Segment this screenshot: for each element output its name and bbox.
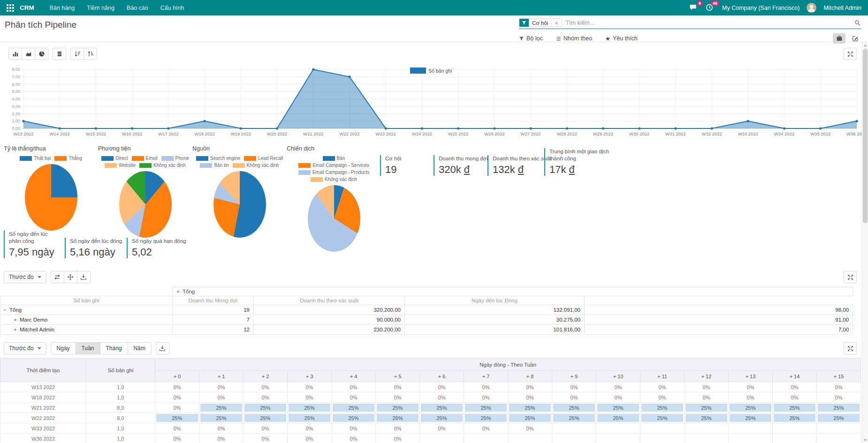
cohort-download-button[interactable] <box>156 342 169 354</box>
svg-text:W18 2022: W18 2022 <box>194 131 214 136</box>
pivot-total-header[interactable]: +Tổng <box>173 287 853 296</box>
cohort-row-label: W13 2022 <box>0 382 86 392</box>
pie-legend-item[interactable]: Bán <box>323 156 345 161</box>
cohort-cell: 25% <box>596 413 640 423</box>
cohort-cell: 25% <box>685 413 729 423</box>
scroll-up-arrow[interactable]: ▲ <box>862 42 868 48</box>
legend-label: Không xác định <box>153 163 186 168</box>
pivot-row-label[interactable]: +Mitchell Admin <box>0 325 173 335</box>
pie-legend-item[interactable]: Email <box>132 156 158 161</box>
stacked-button[interactable] <box>53 48 66 60</box>
cohort-cell: 25% <box>376 413 420 423</box>
search-input[interactable] <box>562 20 854 26</box>
pivot-download-button[interactable] <box>77 271 91 283</box>
pivot-measure-header[interactable]: Doanh thu Mong đợi <box>173 296 254 305</box>
pivot-expand-button[interactable] <box>844 271 857 283</box>
favorites-button[interactable]: Yêu thích <box>605 35 638 42</box>
interval-button-năm[interactable]: Năm <box>128 342 152 354</box>
cohort-cell: 25% <box>155 413 199 423</box>
search-icon[interactable] <box>854 20 860 26</box>
filters-button[interactable]: Bộ lọc <box>519 35 543 42</box>
activities-icon[interactable]: 46 <box>706 4 715 12</box>
pivot-row-label[interactable]: −Tổng <box>0 305 173 315</box>
kpi-value: 19 <box>385 164 427 176</box>
pivot-measure-header[interactable]: Doanh thu theo xác suất <box>254 296 405 305</box>
pivot-measures-button[interactable]: Thước đo <box>4 271 46 283</box>
cohort-cell: 25% <box>685 403 729 413</box>
pivot-measure-header[interactable]: Ngày đến lúc Đóng <box>405 296 585 305</box>
user-menu[interactable]: Mitchell Admin <box>823 5 861 11</box>
pie-legend-item[interactable]: Không xác định <box>311 177 357 182</box>
pivot-cell: 230.200,00 <box>254 325 405 335</box>
pie-legend-item[interactable]: Email Campaign - Products <box>298 170 370 175</box>
expand-toggle[interactable]: − <box>3 307 9 313</box>
pie-legend-item[interactable]: Thắng <box>54 156 82 161</box>
sort-asc-button[interactable] <box>84 48 97 60</box>
pie-legend-item[interactable]: Không xác định <box>233 163 279 168</box>
kpi-label: Số ngày đến lúc đóng <box>70 238 122 245</box>
cohort-cell: 25% <box>508 413 552 423</box>
facet-remove-icon[interactable] <box>551 19 561 27</box>
scrollbar-thumb[interactable] <box>863 49 868 223</box>
avatar[interactable] <box>807 3 816 13</box>
search-bar: Cơ hội <box>519 18 861 29</box>
expand-toggle[interactable]: + <box>14 327 20 332</box>
cohort-cell: 0% <box>596 382 640 392</box>
pie-legend-item[interactable]: Thất bại <box>20 156 51 161</box>
menu-item-3[interactable]: Cấu hình <box>154 0 190 15</box>
menu-item-2[interactable]: Báo cáo <box>121 0 154 15</box>
scroll-down-arrow[interactable]: ▼ <box>862 437 868 443</box>
pie-legend-item[interactable]: Phone <box>161 156 189 161</box>
pie-legend-item[interactable]: Không xác định <box>139 163 186 168</box>
kpi-label: Doanh thu mong đợi <box>439 155 484 162</box>
pie-legend-item[interactable]: Email Campaign - Services <box>298 163 369 168</box>
menu-item-0[interactable]: Bán hàng <box>44 0 81 15</box>
svg-text:W15 2022: W15 2022 <box>86 131 106 136</box>
pie-legend-item[interactable]: Direct <box>101 156 128 161</box>
messages-icon[interactable]: 9 <box>689 4 699 12</box>
svg-text:0,00: 0,00 <box>12 126 20 131</box>
cohort-cell: 0% <box>685 382 729 392</box>
cohort-cell: 25% <box>420 413 464 423</box>
cohort-measures-button[interactable]: Thước đo <box>4 342 46 354</box>
graph-expand-button[interactable] <box>844 48 857 60</box>
pie-legend-item[interactable]: Search engine <box>196 156 241 161</box>
pie-legend-item[interactable]: Website <box>105 163 136 168</box>
pencil-icon <box>852 35 859 42</box>
cohort-cell: 25% <box>199 413 244 423</box>
cohort-cell: 25% <box>244 403 288 413</box>
pie-legend-item[interactable]: Lead Recall <box>244 156 283 161</box>
expand-toggle[interactable]: + <box>14 317 20 323</box>
interval-button-tháng[interactable]: Tháng <box>100 342 128 354</box>
graph-section: Số bản ghi 0,001,002,003,004,005,006,007… <box>0 42 868 139</box>
cohort-row-label: W21 2022 <box>0 403 86 413</box>
company-switcher[interactable]: My Company (San Francisco) <box>722 5 799 11</box>
app-name[interactable]: CRM <box>20 4 34 11</box>
pivot-measure-header[interactable]: Số bản ghi <box>0 296 173 305</box>
groupby-button[interactable]: Nhóm theo <box>556 35 592 42</box>
cohort-cell: 0% <box>552 382 596 392</box>
legend-swatch <box>54 156 67 161</box>
pie-chart-button[interactable] <box>35 48 48 60</box>
stacked-icon <box>56 51 63 57</box>
interval-button-ngày[interactable]: Ngày <box>51 342 76 354</box>
cohort-cell: 0% <box>244 392 288 403</box>
line-chart-button[interactable] <box>22 48 35 60</box>
expand-all-button[interactable] <box>64 271 77 283</box>
pie-legend-item[interactable]: Bản tin <box>200 163 228 168</box>
flip-axis-button[interactable] <box>51 271 64 283</box>
cohort-offset-header: + 13 <box>729 371 773 382</box>
pie <box>25 164 77 231</box>
menu-item-1[interactable]: Tiềm năng <box>81 0 121 15</box>
pivot-body: −Tổng19320.200,00132.091,0098,00+Marc De… <box>0 305 853 335</box>
pivot-cell: 30.275,00 <box>405 315 585 325</box>
kpi-label: Số ngày đến lúc phân công <box>9 231 60 245</box>
sort-desc-button[interactable] <box>70 48 84 60</box>
pivot-row-label[interactable]: +Marc Demo <box>0 315 173 325</box>
interval-button-tuần[interactable]: Tuần <box>76 342 100 354</box>
bar-chart-button[interactable] <box>8 48 22 60</box>
cohort-offset-header: + 14 <box>773 371 817 382</box>
apps-menu-icon[interactable] <box>7 4 14 12</box>
cohort-expand-button[interactable] <box>844 342 857 354</box>
chart-legend-item[interactable]: Số bản ghi <box>410 68 452 74</box>
